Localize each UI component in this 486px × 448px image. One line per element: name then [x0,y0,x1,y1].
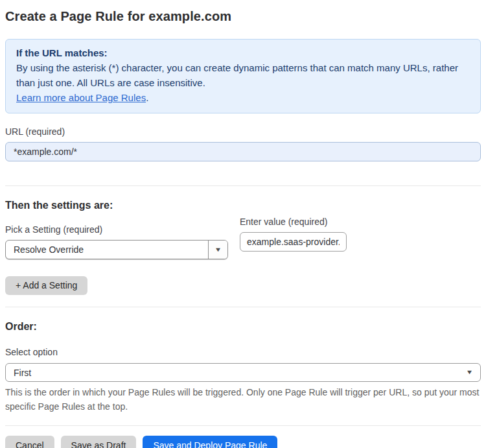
divider [5,185,481,186]
info-box-body: By using the asterisk (*) character, you… [16,60,470,90]
setting-picker-column: Pick a Setting (required) Resolve Overri… [5,211,228,259]
page-title: Create a Page Rule for example.com [5,0,481,24]
info-box-heading: If the URL matches: [16,45,470,60]
setting-picker-label: Pick a Setting (required) [5,224,228,235]
order-select-label: Select option [5,347,481,357]
cancel-button[interactable]: Cancel [5,436,54,448]
order-select-value: First [14,368,467,378]
url-field-label: URL (required) [5,126,481,137]
url-input[interactable] [5,142,481,161]
setting-select-value: Resolve Override [6,241,208,259]
url-match-info-box: If the URL matches: By using the asteris… [5,39,481,113]
setting-value-input[interactable] [240,232,347,252]
order-section-heading: Order: [5,321,481,333]
learn-more-link[interactable]: Learn more about Page Rules [16,92,146,103]
setting-select-arrow-button[interactable]: ▼ [208,241,227,259]
chevron-down-icon: ▼ [466,370,474,375]
save-and-deploy-button[interactable]: Save and Deploy Page Rule [143,436,277,448]
settings-section-heading: Then the settings are: [5,200,481,211]
divider [5,307,481,307]
add-setting-button[interactable]: + Add a Setting [5,276,87,295]
settings-row: Pick a Setting (required) Resolve Overri… [5,211,481,259]
save-as-draft-button[interactable]: Save as Draft [61,436,137,448]
page-rule-form: Create a Page Rule for example.com If th… [0,0,486,448]
link-suffix: . [146,92,148,103]
order-select[interactable]: First ▼ [5,363,481,382]
chevron-down-icon: ▼ [214,247,222,253]
setting-value-label: Enter value (required) [240,217,347,227]
info-box-link-line: Learn more about Page Rules. [16,90,470,105]
setting-value-column: Enter value (required) [240,217,347,252]
footer-actions: Cancel Save as Draft Save and Deploy Pag… [5,436,481,448]
divider [5,425,481,426]
setting-select[interactable]: Resolve Override ▼ [5,240,228,259]
order-help-text: This is the order in which your Page Rul… [5,385,481,414]
